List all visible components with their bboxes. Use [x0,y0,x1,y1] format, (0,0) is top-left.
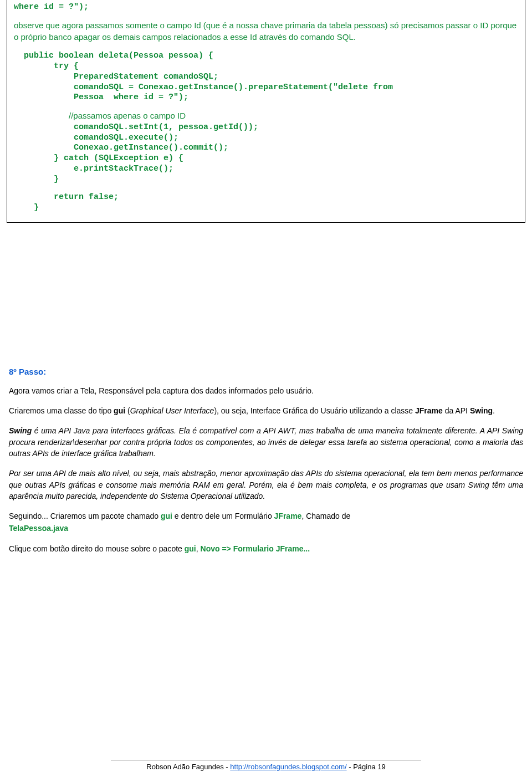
code-text: return false; [14,192,518,203]
code-observation: observe que agora passamos somente o cam… [14,21,518,44]
footer-author: Robson Adão Fagundes - [146,763,230,771]
page-footer: Robson Adão Fagundes - http://robsonfagu… [0,760,532,771]
paragraph: Clique com botão direito do mouse sobre … [9,543,523,554]
document-page: where id = ?"); observe que agora passam… [0,0,532,782]
footer-page-number: - Página 19 [347,763,386,771]
code-text: comandoSQL = Conexao.getInstance().prepa… [14,83,518,93]
code-comment-line: //passamos apenas o campo ID [14,111,518,122]
footer-divider [111,760,421,760]
paragraph: Agora vamos criar a Tela, Responsável pe… [9,385,523,396]
code-text: e.printStackTrace(); [14,164,518,175]
code-text: try { [14,62,518,72]
code-text: public boolean deleta(Pessoa pessoa) { [14,51,518,62]
code-text: where id = ?"); [14,2,518,13]
code-text: comandoSQL.execute(); [14,133,518,144]
code-block: where id = ?"); observe que agora passam… [7,0,525,223]
code-text: Conexao.getInstance().commit(); [14,143,518,154]
paragraph: Criaremos uma classe do tipo gui (Graphi… [9,405,523,416]
footer-link[interactable]: http://robsonfagundes.blogspot.com/ [230,763,346,771]
paragraph: TelaPessoa.java [9,523,523,534]
code-text: } catch (SQLException e) { [14,154,518,164]
paragraph: Swing é uma API Java para interfaces grá… [9,425,523,459]
step-heading: 8º Passo: [9,367,523,376]
content-body: 8º Passo: Agora vamos criar a Tela, Resp… [0,367,532,554]
paragraph: Por ser uma API de mais alto nível, ou s… [9,468,523,502]
paragraph: Seguindo... Criaremos um pacote chamado … [9,510,523,522]
code-text: Pessoa where id = ?"); [14,93,518,103]
code-text: comandoSQL.setInt(1, pessoa.getId()); [14,122,518,133]
code-text: } [14,175,518,185]
code-text: PreparedStatement comandoSQL; [14,72,518,83]
code-text: } [14,203,518,213]
